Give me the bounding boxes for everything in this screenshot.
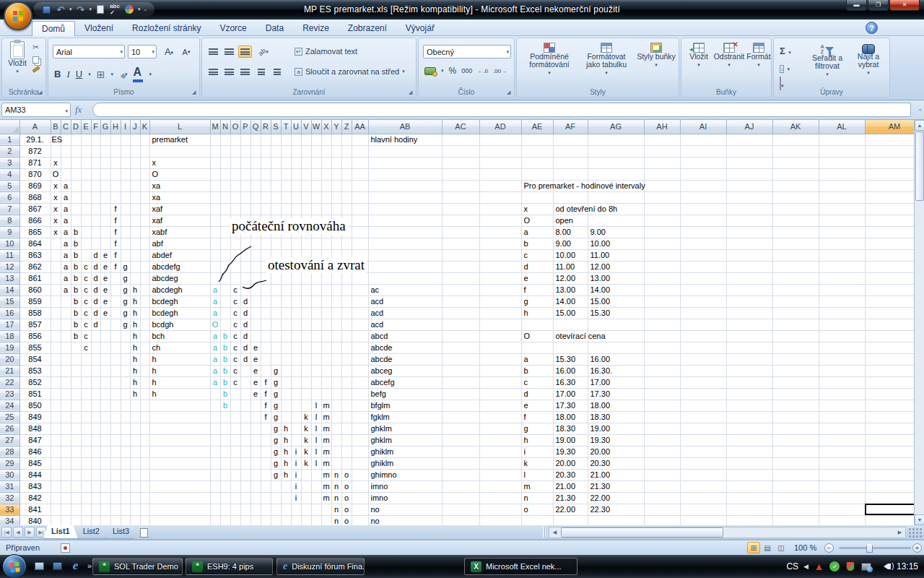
cell-Q17[interactable] (250, 319, 261, 330)
cell-E29[interactable] (81, 457, 91, 469)
cell-C1[interactable] (61, 134, 71, 145)
cell-AI30[interactable] (680, 469, 726, 480)
cell-AA20[interactable] (352, 353, 368, 365)
cell-AJ4[interactable] (726, 168, 772, 180)
cell-P22[interactable] (240, 376, 250, 388)
column-header-G[interactable]: G (100, 120, 110, 134)
cell-AF13[interactable]: 12.00 (553, 272, 588, 284)
cell-AC23[interactable] (442, 388, 479, 400)
cell-A6[interactable]: 868 (19, 191, 51, 203)
cell-Q33[interactable] (250, 504, 261, 515)
cell-AH23[interactable] (644, 388, 680, 400)
cell-AC15[interactable] (442, 296, 479, 307)
cell-Q12[interactable] (250, 261, 261, 272)
cell-B5[interactable]: x (51, 180, 61, 191)
tray-antivirus-icon[interactable]: ✓ (829, 561, 840, 572)
cell-S15[interactable] (271, 296, 281, 307)
cell-L29[interactable] (149, 457, 210, 469)
increase-decimal-icon[interactable]: ←.0 (477, 68, 488, 74)
cell-AB30[interactable]: ghimno (368, 469, 442, 480)
sheet-tab-list1[interactable]: List1 (43, 525, 78, 539)
cell-N19[interactable]: b (220, 342, 230, 353)
cell-R5[interactable] (261, 180, 271, 191)
cell-A12[interactable]: 862 (19, 261, 51, 272)
cell-U31[interactable]: i (291, 480, 301, 492)
cell-L14[interactable]: abcdegh (149, 284, 210, 296)
cell-AF4[interactable] (553, 168, 588, 180)
column-header-A[interactable]: A (19, 120, 51, 134)
cell-G14[interactable]: e (100, 284, 110, 296)
cell-AD29[interactable] (479, 457, 521, 469)
cell-AA21[interactable] (352, 365, 368, 376)
macro-record-icon[interactable] (61, 543, 70, 553)
cell-AD31[interactable] (479, 480, 521, 492)
cell-H5[interactable] (110, 180, 121, 191)
cell-P34[interactable] (240, 515, 250, 525)
cell-AC7[interactable] (442, 203, 479, 215)
cell-M17[interactable]: O (210, 319, 220, 330)
row-header-13[interactable]: 13 (0, 272, 19, 284)
cell-N28[interactable] (220, 446, 230, 457)
cell-H31[interactable] (110, 480, 121, 492)
cell-AC18[interactable] (442, 330, 479, 342)
cell-AI32[interactable] (680, 492, 726, 504)
cell-J33[interactable] (130, 504, 140, 515)
cell-B11[interactable] (51, 249, 61, 261)
cell-B1[interactable]: ES (51, 134, 61, 145)
cell-V15[interactable] (301, 296, 311, 307)
cell-I7[interactable] (121, 203, 130, 215)
cell-K17[interactable] (140, 319, 149, 330)
cell-AL14[interactable] (819, 284, 865, 296)
cell-C5[interactable]: a (61, 180, 71, 191)
cell-K4[interactable] (140, 168, 149, 180)
cell-AL29[interactable] (819, 457, 865, 469)
cell-U22[interactable] (291, 376, 301, 388)
cell-AD3[interactable] (479, 157, 521, 168)
cell-P21[interactable] (240, 365, 250, 376)
cell-AK8[interactable] (772, 215, 819, 226)
cell-V7[interactable] (301, 203, 311, 215)
cell-F26[interactable] (91, 423, 100, 434)
cell-V20[interactable] (301, 353, 311, 365)
cell-AD4[interactable] (479, 168, 521, 180)
cell-K10[interactable] (140, 238, 149, 249)
cell-L27[interactable] (149, 434, 210, 446)
cell-AB26[interactable]: ghklm (368, 423, 442, 434)
cell-D9[interactable]: b (71, 226, 81, 238)
cell-N33[interactable] (220, 504, 230, 515)
cell-S32[interactable] (271, 492, 281, 504)
cell-AG28[interactable]: 20.00 (588, 446, 644, 457)
cell-V32[interactable] (301, 492, 311, 504)
cell-N18[interactable]: b (220, 330, 230, 342)
cell-C30[interactable] (61, 469, 71, 480)
cell-AF12[interactable]: 11.00 (553, 261, 588, 272)
cell-AK26[interactable] (772, 423, 819, 434)
cell-O28[interactable] (230, 446, 240, 457)
cell-AJ10[interactable] (726, 238, 772, 249)
cell-I27[interactable] (121, 434, 130, 446)
cell-M31[interactable] (210, 480, 220, 492)
cell-AG32[interactable]: 22.00 (588, 492, 644, 504)
cell-P7[interactable] (240, 203, 250, 215)
cell-AF15[interactable]: 14.00 (553, 296, 588, 307)
cell-AA13[interactable] (352, 272, 368, 284)
cell-AF6[interactable] (553, 191, 588, 203)
cell-E14[interactable]: c (81, 284, 91, 296)
cell-AC16[interactable] (442, 307, 479, 319)
cell-C17[interactable] (61, 319, 71, 330)
cell-AF29[interactable]: 20.00 (553, 457, 588, 469)
column-header-M[interactable]: M (210, 120, 220, 134)
cell-AF3[interactable] (553, 157, 588, 168)
cell-B4[interactable]: O (51, 168, 61, 180)
cell-AK33[interactable] (772, 504, 819, 515)
cell-T18[interactable] (281, 330, 291, 342)
cell-N16[interactable] (220, 307, 230, 319)
cell-AD9[interactable] (479, 226, 521, 238)
language-indicator[interactable]: CS (786, 561, 798, 571)
cell-R17[interactable] (261, 319, 271, 330)
cell-AF26[interactable]: 18.30 (553, 423, 588, 434)
cell-L2[interactable] (149, 145, 210, 157)
cell-V18[interactable] (301, 330, 311, 342)
align-left-icon[interactable] (206, 66, 220, 78)
cell-O17[interactable]: c (230, 319, 240, 330)
